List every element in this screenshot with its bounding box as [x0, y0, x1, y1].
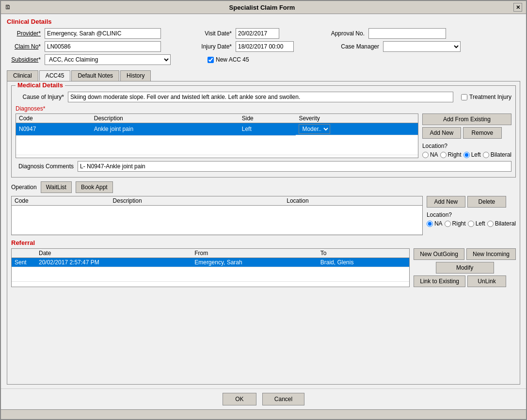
- book-appt-button[interactable]: Book Appt: [76, 181, 113, 193]
- treatment-injury-row[interactable]: Treatment Injury: [461, 94, 511, 100]
- tab-acc45[interactable]: ACC45: [39, 70, 71, 81]
- diag-loc-left[interactable]: Left: [463, 151, 481, 158]
- referral-buttons: New OutGoing New Incoming Modify Link to…: [414, 248, 516, 287]
- diag-loc-bilateral[interactable]: Bilateral: [483, 151, 511, 158]
- add-new-diagnosis-button[interactable]: Add New: [422, 127, 461, 139]
- diag-severity: Moder...: [296, 123, 418, 135]
- location-label: Location?: [422, 143, 511, 149]
- referral-layout: Date From To Sent 20/02/2017 2:57:47 PM …: [11, 248, 516, 287]
- unlink-button[interactable]: UnLink: [467, 275, 506, 287]
- diag-location-group: NA Right Left Bilateral: [422, 151, 511, 158]
- new-acc45-checkbox[interactable]: [208, 57, 214, 63]
- op-add-delete-pair: Add New Delete: [427, 196, 516, 208]
- operation-row: Operation WaitList Book Appt: [11, 181, 516, 193]
- tab-clinical[interactable]: Clinical: [7, 70, 38, 81]
- injury-date-input[interactable]: [236, 41, 294, 52]
- subsidiser-row: Subsidiser* ACC, Acc Claiming New ACC 45: [7, 54, 520, 65]
- treatment-injury-checkbox[interactable]: [461, 94, 467, 100]
- operation-table: Code Description Location: [12, 196, 422, 235]
- diag-loc-right[interactable]: Right: [440, 151, 462, 158]
- op-location-label: Location?: [427, 211, 516, 218]
- ref-status: Sent: [12, 258, 36, 267]
- provider-label: Provider*: [7, 30, 41, 37]
- op-loc-bilateral[interactable]: Bilateral: [487, 220, 516, 227]
- col-severity: Severity: [296, 114, 418, 123]
- modify-button[interactable]: Modify: [436, 262, 494, 274]
- tab-history[interactable]: History: [120, 70, 151, 81]
- operation-label: Operation: [11, 184, 37, 191]
- treatment-injury-label: Treatment Injury: [469, 94, 511, 100]
- visit-date-input[interactable]: [236, 28, 279, 39]
- ref-col-status: [12, 249, 36, 258]
- op-loc-na[interactable]: NA: [427, 220, 443, 227]
- new-acc45-label: New ACC 45: [216, 56, 249, 63]
- diagnoses-layout: Code Description Side Severity N0947: [16, 113, 511, 158]
- op-col-location: Location: [284, 196, 422, 206]
- claim-no-input[interactable]: [45, 41, 161, 52]
- tabs-container: Clinical ACC45 Default Notes History: [7, 70, 520, 81]
- diag-loc-na[interactable]: NA: [422, 151, 438, 158]
- ref-col-date: Date: [36, 249, 192, 258]
- operation-area: Operation WaitList Book Appt Code Descri…: [11, 181, 516, 235]
- diagnoses-table-container: Code Description Side Severity N0947: [16, 113, 418, 158]
- ref-date: 20/02/2017 2:57:47 PM: [36, 258, 192, 267]
- ref-col-to: To: [318, 249, 410, 258]
- main-window: 🖻 Specialist Claim Form ✕ Clinical Detai…: [0, 0, 527, 420]
- col-side: Side: [239, 114, 296, 123]
- table-row[interactable]: N0947 Ankle joint pain Left Moder...: [16, 123, 418, 136]
- col-description: Description: [91, 114, 239, 123]
- op-loc-right[interactable]: Right: [445, 220, 466, 227]
- ref-from: Emergency, Sarah: [192, 258, 318, 267]
- status-bar: [1, 409, 526, 419]
- referral-table: Date From To Sent 20/02/2017 2:57:47 PM …: [12, 249, 409, 282]
- diag-code: N0947: [16, 123, 91, 136]
- op-location-group: NA Right Left Bilateral: [427, 220, 516, 227]
- main-content: Clinical Details Provider* Visit Date* A…: [1, 14, 526, 388]
- link-to-existing-button[interactable]: Link to Existing: [414, 275, 465, 287]
- operation-layout: Code Description Location: [11, 196, 516, 235]
- case-manager-label: Case Manager: [340, 43, 379, 50]
- op-loc-left[interactable]: Left: [468, 220, 485, 227]
- diag-description: Ankle joint pain: [91, 123, 239, 136]
- add-new-operation-button[interactable]: Add New: [427, 196, 465, 208]
- table-row[interactable]: Sent 20/02/2017 2:57:47 PM Emergency, Sa…: [12, 258, 409, 267]
- medical-details-section: Medical Details Cause of Injury* Treatme…: [11, 85, 516, 178]
- footer: OK Cancel: [1, 388, 526, 409]
- close-button[interactable]: ✕: [513, 3, 522, 12]
- ref-col-from: From: [192, 249, 318, 258]
- diagnoses-area: Diagnoses* Code Description Side Severit…: [16, 105, 511, 158]
- clinical-details-title: Clinical Details: [7, 18, 520, 25]
- remove-diagnosis-button[interactable]: Remove: [463, 127, 502, 139]
- cause-of-injury-input[interactable]: [68, 92, 453, 102]
- delete-operation-button[interactable]: Delete: [467, 196, 506, 208]
- diagnosis-comments-input[interactable]: [78, 161, 511, 172]
- cancel-button[interactable]: Cancel: [262, 393, 304, 405]
- approval-no-label: Approval No.: [326, 30, 365, 37]
- new-acc45-row[interactable]: New ACC 45: [208, 56, 249, 63]
- clinical-details-section: Clinical Details Provider* Visit Date* A…: [7, 18, 520, 67]
- tab-content: Medical Details Cause of Injury* Treatme…: [7, 81, 520, 385]
- diagnoses-buttons: Add From Existing Add New Remove Locatio…: [422, 113, 511, 158]
- ok-button[interactable]: OK: [223, 393, 256, 405]
- op-col-description: Description: [110, 196, 284, 206]
- claim-no-row: Claim No* Injury Date* Case Manager: [7, 41, 520, 52]
- add-from-existing-button[interactable]: Add From Existing: [422, 113, 511, 125]
- ref-to: Braid, Glenis: [318, 258, 410, 267]
- waitlist-button[interactable]: WaitList: [41, 181, 72, 193]
- tab-default-notes[interactable]: Default Notes: [71, 70, 119, 81]
- provider-input[interactable]: [45, 28, 161, 39]
- case-manager-select[interactable]: [383, 41, 461, 52]
- medical-details-title: Medical Details: [16, 81, 65, 89]
- title-bar: 🖻 Specialist Claim Form ✕: [1, 1, 526, 14]
- severity-select[interactable]: Moder...: [299, 124, 330, 134]
- referral-table-container: Date From To Sent 20/02/2017 2:57:47 PM …: [11, 248, 410, 287]
- new-outgoing-button[interactable]: New OutGoing: [414, 248, 464, 260]
- approval-no-input[interactable]: [368, 28, 446, 39]
- referral-section: Referral Date From To: [11, 239, 516, 287]
- subsidiser-select[interactable]: ACC, Acc Claiming: [45, 54, 171, 65]
- new-incoming-button[interactable]: New Incoming: [466, 248, 516, 260]
- op-col-code: Code: [12, 196, 110, 206]
- diagnoses-table: Code Description Side Severity N0947: [16, 114, 418, 155]
- link-unlink-pair: Link to Existing UnLink: [414, 275, 516, 287]
- diagnoses-label: Diagnoses*: [16, 105, 511, 112]
